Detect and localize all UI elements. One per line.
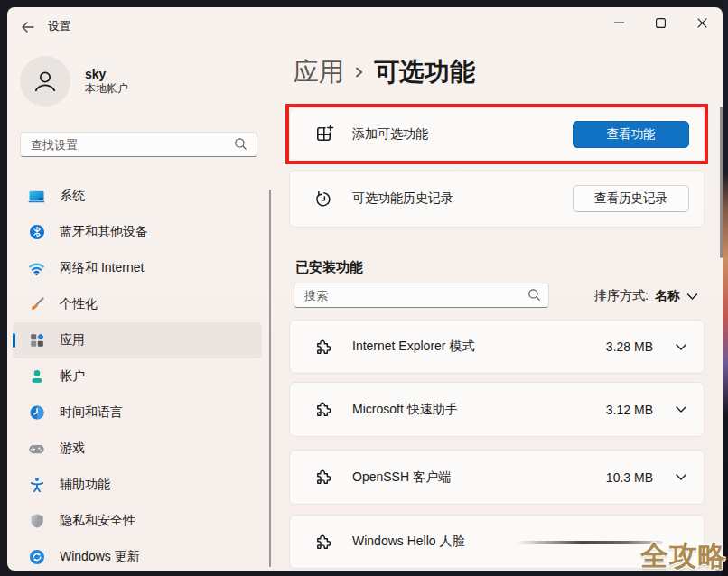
sort-value: 名称 [655, 288, 680, 304]
search-icon [527, 288, 541, 302]
minimize-button[interactable] [598, 9, 639, 36]
window-controls [598, 9, 723, 36]
optional-feature-history-row: 可选功能历史记录 查看历史记录 [289, 170, 705, 228]
maximize-button[interactable] [639, 9, 681, 36]
view-features-button[interactable]: 查看功能 [573, 121, 689, 148]
sidebar-item-label: 隐私和安全性 [60, 513, 135, 529]
sidebar-item-bluetooth[interactable]: 蓝牙和其他设备 [13, 214, 262, 250]
sidebar-item-label: 蓝牙和其他设备 [60, 224, 148, 240]
back-button[interactable] [16, 16, 40, 38]
installed-features-heading: 已安装功能 [295, 259, 363, 276]
minimize-icon [614, 22, 624, 23]
close-icon [697, 18, 707, 28]
window-title: 设置 [48, 19, 70, 34]
sidebar-item-label: 系统 [60, 188, 85, 204]
sidebar-item-system[interactable]: 系统 [13, 178, 262, 214]
sidebar-item-apps[interactable]: 应用 [13, 322, 262, 358]
feature-row-quick-assist[interactable]: Microsoft 快速助手 3.12 MB [289, 382, 705, 437]
apps-icon [28, 332, 45, 349]
avatar [20, 56, 70, 107]
sort-dropdown[interactable]: 排序方式: 名称 [594, 287, 698, 305]
shield-icon [28, 513, 45, 530]
view-history-button[interactable]: 查看历史记录 [573, 185, 689, 212]
sync-icon [28, 549, 45, 566]
back-arrow-icon [21, 20, 35, 34]
sidebar-item-accounts[interactable]: 帐户 [13, 358, 262, 395]
feature-row-openssh-client[interactable]: OpenSSH 客户端 10.3 MB [289, 450, 705, 505]
feature-size: 3.28 MB [606, 339, 653, 354]
settings-search-input[interactable] [20, 132, 257, 157]
sidebar-item-label: 游戏 [60, 441, 85, 457]
sidebar-item-personalization[interactable]: 个性化 [13, 286, 262, 322]
close-button[interactable] [681, 9, 723, 36]
watermark: 全攻略 [640, 537, 727, 575]
chevron-down-icon[interactable] [675, 405, 687, 413]
history-icon [313, 189, 334, 209]
puzzle-icon [313, 337, 334, 358]
system-icon [28, 188, 45, 205]
wifi-icon [28, 260, 45, 277]
user-account-type: 本地帐户 [85, 82, 128, 96]
add-feature-icon [313, 124, 334, 144]
page-title: 可选功能 [374, 55, 475, 89]
gamepad-icon [28, 441, 45, 458]
bluetooth-icon [28, 224, 45, 241]
settings-window: 设置 sky 本地帐户 系统 [7, 7, 723, 571]
feature-name: Microsoft 快速助手 [352, 402, 458, 418]
sidebar-item-label: 个性化 [60, 296, 98, 312]
desktop-wallpaper-edge [722, 0, 728, 576]
breadcrumb: 应用 可选功能 [294, 55, 475, 89]
user-name: sky [85, 67, 128, 82]
feature-size: 3.12 MB [606, 403, 653, 417]
sidebar-item-label: 应用 [60, 332, 85, 348]
sidebar-item-time-language[interactable]: 时间和语言 [13, 395, 262, 431]
selected-accent-bar [13, 333, 15, 348]
feature-search-input[interactable] [294, 283, 549, 308]
accessibility-icon [28, 477, 45, 494]
breadcrumb-parent[interactable]: 应用 [294, 55, 344, 89]
sort-label: 排序方式: [594, 288, 649, 304]
sidebar-nav: 系统 蓝牙和其他设备 网络和 Internet 个性化 应用 [13, 178, 262, 571]
add-optional-feature-row: 添加可选功能 查看功能 [289, 107, 705, 161]
accounts-icon [28, 368, 45, 386]
add-feature-label: 添加可选功能 [352, 126, 428, 143]
person-icon [32, 68, 59, 95]
sidebar-scrollbar[interactable] [269, 190, 271, 567]
puzzle-icon [313, 399, 334, 420]
user-profile[interactable]: sky 本地帐户 [20, 56, 128, 107]
sidebar-item-network[interactable]: 网络和 Internet [13, 250, 262, 286]
sidebar-item-label: 帐户 [60, 368, 85, 385]
sidebar-item-gaming[interactable]: 游戏 [13, 431, 262, 467]
sidebar-item-label: 网络和 Internet [60, 260, 144, 276]
sidebar-item-privacy[interactable]: 隐私和安全性 [13, 503, 262, 539]
paintbrush-icon [28, 296, 45, 313]
chevron-down-icon[interactable] [675, 473, 687, 481]
puzzle-icon [313, 532, 334, 553]
content-scrollbar[interactable] [720, 107, 723, 258]
sidebar-item-label: 辅助功能 [60, 477, 110, 493]
feature-name: Windows Hello 人脸 [352, 534, 464, 550]
feature-name: Internet Explorer 模式 [352, 339, 474, 355]
chevron-down-icon [686, 293, 698, 301]
clock-icon [28, 404, 45, 422]
history-label: 可选功能历史记录 [352, 190, 453, 207]
feature-name: OpenSSH 客户端 [352, 469, 451, 486]
sidebar-item-windows-update[interactable]: Windows 更新 [13, 539, 262, 571]
sidebar-item-label: 时间和语言 [60, 404, 123, 421]
feature-row-internet-explorer-mode[interactable]: Internet Explorer 模式 3.28 MB [289, 320, 705, 374]
chevron-down-icon[interactable] [675, 343, 687, 351]
maximize-icon [656, 18, 666, 28]
sidebar-item-label: Windows 更新 [60, 549, 140, 565]
sidebar-item-accessibility[interactable]: 辅助功能 [13, 467, 262, 503]
feature-size: 10.3 MB [606, 470, 653, 485]
chevron-right-icon [354, 64, 364, 80]
puzzle-icon [313, 467, 334, 488]
